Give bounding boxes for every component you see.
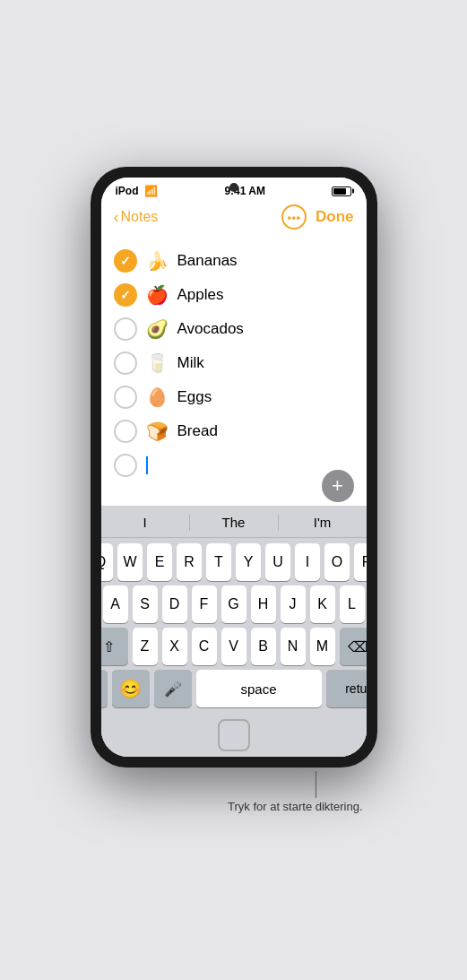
key-l[interactable]: L	[340, 585, 365, 623]
list-item: 🥚 Eggs	[114, 380, 354, 414]
home-button[interactable]	[218, 719, 250, 751]
key-j[interactable]: J	[281, 585, 306, 623]
key-h[interactable]: H	[251, 585, 276, 623]
item-emoji-3: 🥑	[146, 318, 169, 340]
key-g[interactable]: G	[221, 585, 246, 623]
item-text-3: Avocados	[177, 320, 244, 338]
item-text-5: Eggs	[177, 388, 212, 406]
key-n[interactable]: N	[281, 628, 306, 665]
key-p[interactable]: P	[354, 543, 367, 581]
key-t[interactable]: T	[206, 543, 231, 581]
back-button[interactable]: ‹ Notes	[114, 209, 159, 225]
numbers-key[interactable]: 123	[101, 670, 108, 707]
key-k[interactable]: K	[310, 585, 335, 623]
return-key[interactable]: return	[326, 670, 367, 707]
wifi-icon: 📶	[144, 185, 158, 197]
key-a[interactable]: A	[103, 585, 128, 623]
annotation-text: Tryk for at starte diktering.	[228, 800, 363, 813]
check-circle-6[interactable]	[114, 420, 137, 443]
back-label: Notes	[121, 209, 159, 225]
battery-fill	[333, 188, 346, 195]
item-text-1: Bananas	[177, 252, 238, 270]
camera-bump	[229, 183, 238, 192]
key-e[interactable]: E	[147, 543, 172, 581]
notes-content[interactable]: ✓ 🍌 Bananas ✓ 🍎 Apples 🥑 Avocados	[101, 237, 367, 506]
check-circle-7[interactable]	[114, 454, 137, 477]
check-circle-1[interactable]: ✓	[114, 249, 137, 273]
battery-icon	[332, 186, 351, 196]
plus-icon: +	[332, 474, 343, 498]
delete-key[interactable]: ⌫	[340, 628, 367, 665]
carrier-label: iPod 📶	[116, 185, 158, 197]
list-item: 🥑 Avocados	[114, 312, 354, 346]
bottom-bar	[101, 715, 367, 757]
key-row-4: 123 😊 🎤 space return	[105, 670, 363, 707]
key-d[interactable]: D	[162, 585, 187, 623]
key-w[interactable]: W	[117, 543, 143, 581]
item-emoji-2: 🍎	[146, 284, 169, 306]
key-z[interactable]: Z	[133, 628, 158, 665]
nav-bar: ‹ Notes ••• Done	[101, 201, 367, 237]
key-u[interactable]: U	[265, 543, 290, 581]
more-button[interactable]: •••	[281, 204, 307, 230]
chevron-left-icon: ‹	[114, 209, 119, 225]
more-label: •••	[287, 212, 300, 223]
key-q[interactable]: Q	[101, 543, 114, 581]
check-circle-3[interactable]	[114, 317, 137, 341]
carrier-text: iPod	[116, 185, 139, 197]
key-v[interactable]: V	[221, 628, 246, 665]
phone-device: iPod 📶 9:41 AM ‹ Notes •••	[91, 167, 377, 768]
phone-screen: iPod 📶 9:41 AM ‹ Notes •••	[101, 178, 367, 757]
key-row-3: ⇧ Z X C V B N M ⌫	[105, 628, 363, 665]
list-item-empty	[114, 448, 354, 482]
annotation-wrapper: Tryk for at starte diktering.	[91, 771, 377, 813]
done-label: Done	[316, 208, 354, 225]
item-emoji-6: 🍞	[146, 421, 169, 442]
annotation-line	[316, 771, 316, 798]
autocomplete-suggestion-2[interactable]: The	[190, 513, 278, 532]
key-m[interactable]: M	[310, 628, 335, 665]
item-emoji-4: 🥛	[146, 352, 169, 374]
keyboard-wrapper: I The I'm Q W E R T Y U	[101, 506, 367, 757]
item-text-4: Milk	[177, 354, 204, 372]
key-s[interactable]: S	[133, 585, 158, 623]
done-button[interactable]: Done	[316, 208, 354, 226]
text-cursor	[146, 456, 148, 474]
key-row-1: Q W E R T Y U I O P	[105, 543, 363, 581]
checkmark-icon: ✓	[120, 288, 131, 302]
shift-key[interactable]: ⇧	[101, 628, 128, 665]
key-b[interactable]: B	[251, 628, 276, 665]
space-key[interactable]: space	[196, 670, 322, 707]
key-f[interactable]: F	[192, 585, 217, 623]
check-circle-4[interactable]	[114, 351, 137, 375]
key-o[interactable]: O	[324, 543, 350, 581]
item-emoji-5: 🥚	[146, 386, 169, 408]
list-item: 🍞 Bread	[114, 414, 354, 448]
item-emoji-1: 🍌	[146, 250, 169, 272]
autocomplete-suggestion-1[interactable]: I	[101, 513, 189, 532]
list-item: ✓ 🍌 Bananas	[114, 244, 354, 278]
check-circle-2[interactable]: ✓	[114, 283, 137, 307]
check-circle-5[interactable]	[114, 386, 137, 409]
add-item-button[interactable]: +	[322, 470, 354, 502]
key-c[interactable]: C	[192, 628, 217, 665]
status-right	[332, 186, 351, 196]
item-text-6: Bread	[177, 422, 218, 440]
key-r[interactable]: R	[177, 543, 202, 581]
list-item: ✓ 🍎 Apples	[114, 278, 354, 312]
autocomplete-bar: I The I'm	[101, 506, 367, 538]
key-i[interactable]: I	[295, 543, 320, 581]
key-row-2: A S D F G H J K L	[105, 585, 363, 623]
microphone-key[interactable]: 🎤	[154, 670, 192, 707]
checkmark-icon: ✓	[120, 254, 131, 268]
emoji-key[interactable]: 😊	[112, 670, 150, 707]
key-x[interactable]: X	[162, 628, 187, 665]
keyboard: Q W E R T Y U I O P A S	[101, 538, 367, 715]
list-item: 🥛 Milk	[114, 346, 354, 380]
key-y[interactable]: Y	[236, 543, 261, 581]
autocomplete-suggestion-3[interactable]: I'm	[279, 513, 367, 532]
item-text-2: Apples	[177, 286, 224, 304]
nav-actions: ••• Done	[281, 204, 354, 230]
